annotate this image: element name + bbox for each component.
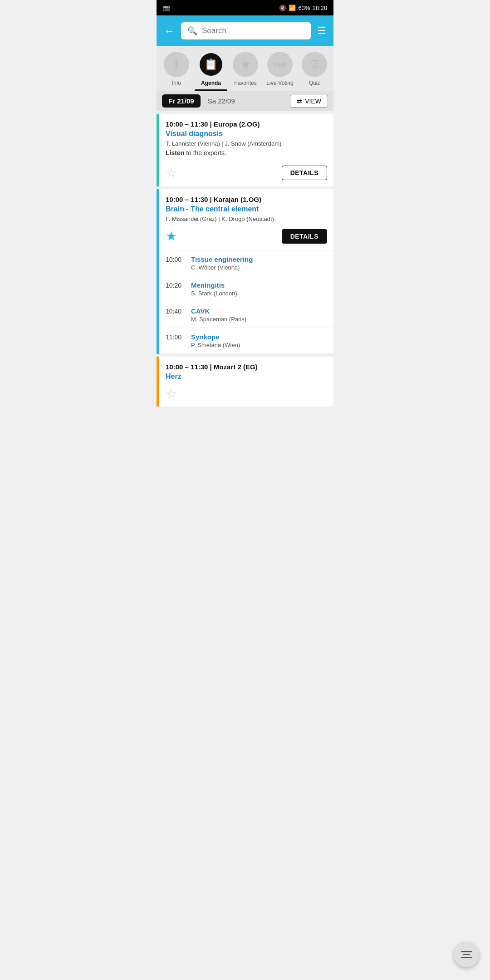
quiz-icon: ☑ [302, 52, 327, 77]
sub-title-4[interactable]: Synkope [191, 333, 240, 341]
session-actions-3: ☆ [159, 385, 333, 407]
menu-button[interactable]: ☰ [315, 23, 328, 39]
session-actions-1: ☆ DETAILS [159, 163, 333, 186]
session-time-room-2: 10:00 – 11:30 | Karajan (1.OG) [166, 196, 327, 203]
sub-content-2: Meningitis S. Stark (London) [191, 281, 237, 297]
view-label: VIEW [305, 98, 321, 105]
session-speakers-1: T. Lannister (Vienna) | J. Snow (Amsterd… [166, 140, 327, 147]
session-header-2: 10:00 – 11:30 | Karajan (1.OG) Brain - T… [159, 189, 333, 226]
wifi-icon: 📶 [289, 5, 296, 11]
status-bar: 📷 🔇 📶 63% 18:28 [157, 0, 333, 15]
session-time-room-1: 10:00 – 11:30 | Europa (2.OG) [166, 120, 327, 128]
agenda-icon: 📋 [198, 52, 224, 77]
battery-text: 63% [298, 5, 310, 11]
date-bar: Fr 21/09 Sa 22/09 ⇄ VIEW [157, 91, 333, 111]
info-icon: ℹ [164, 52, 189, 77]
camera-icon: 📷 [163, 5, 170, 11]
sub-time-4: 11:00 [166, 333, 185, 341]
session-title-2[interactable]: Brain - The central element [166, 205, 327, 213]
favorite-button-3[interactable]: ☆ [166, 387, 177, 400]
session-title-3[interactable]: Herz [166, 372, 327, 381]
sub-title-3[interactable]: CAVK [191, 307, 246, 315]
back-button[interactable]: ← [162, 23, 176, 39]
sub-speaker-2: S. Stark (London) [191, 290, 237, 297]
session-time-room-3: 10:00 – 11:30 | Mozart 2 (EG) [166, 363, 327, 371]
sub-session-row-1: 10:00 Tissue engineering C. Wöber (Vienn… [159, 250, 333, 276]
tab-quiz-label: Quiz [309, 80, 320, 86]
details-button-1[interactable]: DETAILS [282, 166, 327, 180]
session-description-1: Listen to the experts. [166, 149, 327, 157]
sessions-list: 10:00 – 11:30 | Europa (2.OG) Visual dia… [157, 114, 333, 407]
description-rest-1: to the experts. [186, 149, 226, 157]
sub-speaker-3: M. Spaceman (Paris) [191, 316, 246, 323]
details-button-2[interactable]: DETAILS [282, 229, 327, 244]
sub-speaker-4: P. Smetana (Wien) [191, 342, 240, 348]
date-active[interactable]: Fr 21/09 [162, 94, 201, 108]
description-bold-1: Listen [166, 149, 184, 157]
sub-time-1: 10:00 [166, 255, 185, 263]
sub-time-2: 10:20 [166, 281, 185, 289]
sub-session-row-4: 11:00 Synkope P. Smetana (Wien) [159, 328, 333, 354]
session-title-1[interactable]: Visual diagnosis [166, 130, 327, 138]
sub-session-row-3: 10:40 CAVK M. Spaceman (Paris) [159, 302, 333, 328]
search-icon: 🔍 [187, 26, 197, 36]
favorite-button-2[interactable]: ★ [166, 230, 177, 243]
time-display: 18:28 [312, 5, 327, 11]
session-card-2: 10:00 – 11:30 | Karajan (1.OG) Brain - T… [157, 189, 333, 354]
ted-icon: TED [267, 52, 293, 77]
session-header-1: 10:00 – 11:30 | Europa (2.OG) Visual dia… [159, 114, 333, 163]
session-card-1: 10:00 – 11:30 | Europa (2.OG) Visual dia… [157, 114, 333, 186]
session-speakers-2: F. Missandei (Graz) | K. Drogo (Neustadt… [166, 216, 327, 222]
session-card-3: 10:00 – 11:30 | Mozart 2 (EG) Herz ☆ [157, 357, 333, 407]
favorites-icon: ★ [233, 52, 258, 77]
nav-tabs: ℹ Info 📋 Agenda ★ Favorites TED Live-Vot… [157, 46, 333, 91]
tab-agenda[interactable]: 📋 Agenda [195, 52, 227, 91]
tab-info-label: Info [172, 80, 181, 86]
view-button[interactable]: ⇄ VIEW [290, 95, 328, 108]
sub-content-3: CAVK M. Spaceman (Paris) [191, 307, 246, 323]
sub-content-4: Synkope P. Smetana (Wien) [191, 333, 240, 348]
sub-speaker-1: C. Wöber (Vienna) [191, 264, 253, 271]
tab-favorites-label: Favorites [234, 80, 256, 86]
sub-time-3: 10:40 [166, 307, 185, 315]
tab-info[interactable]: ℹ Info [160, 52, 193, 91]
tab-live-voting-label: Live-Voting [266, 80, 293, 86]
tab-quiz[interactable]: ☑ Quiz [298, 52, 331, 91]
sub-title-2[interactable]: Meningitis [191, 281, 237, 289]
session-actions-2: ★ DETAILS [159, 226, 333, 250]
sub-title-1[interactable]: Tissue engineering [191, 255, 253, 263]
favorite-button-1[interactable]: ☆ [166, 167, 177, 179]
status-bar-left: 📷 [163, 5, 170, 11]
tab-live-voting[interactable]: TED Live-Voting [264, 52, 296, 91]
status-bar-right: 🔇 📶 63% 18:28 [279, 5, 327, 11]
sub-session-row-2: 10:20 Meningitis S. Stark (London) [159, 276, 333, 302]
tab-agenda-label: Agenda [201, 80, 221, 86]
tab-favorites[interactable]: ★ Favorites [229, 52, 262, 91]
swap-icon: ⇄ [297, 98, 302, 105]
sub-sessions-2: 10:00 Tissue engineering C. Wöber (Vienn… [159, 250, 333, 354]
mute-icon: 🔇 [279, 5, 286, 11]
session-header-3: 10:00 – 11:30 | Mozart 2 (EG) Herz [159, 357, 333, 385]
date-inactive[interactable]: Sa 22/09 [208, 97, 235, 105]
sub-content-1: Tissue engineering C. Wöber (Vienna) [191, 255, 253, 271]
search-input[interactable] [202, 26, 304, 35]
search-box[interactable]: 🔍 [181, 22, 311, 39]
top-bar: ← 🔍 ☰ [157, 15, 333, 46]
